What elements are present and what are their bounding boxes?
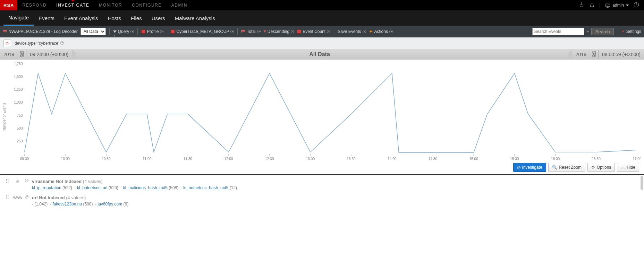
query-menu[interactable]: Query	[113, 29, 134, 34]
time-end[interactable]: 2019 0306 08:00:59 (+00:00)	[567, 49, 644, 60]
sec-nav-events[interactable]: Events	[34, 10, 59, 26]
settings-link[interactable]: ✶ Settings	[621, 29, 641, 34]
investigate-button[interactable]: ◎Investigate	[513, 163, 546, 172]
secondary-nav: NavigateEventsEvent AnalysisHostsFilesUs…	[0, 10, 644, 26]
actions-menu[interactable]: ✦Actions	[369, 29, 393, 34]
search-button[interactable]: Search	[591, 28, 613, 35]
search-input[interactable]	[532, 28, 584, 35]
sec-nav-hosts[interactable]: Hosts	[103, 10, 126, 26]
timer-icon[interactable]	[579, 2, 584, 9]
search-dropdown-icon[interactable]	[586, 31, 589, 33]
svg-text:15:00: 15:00	[469, 157, 478, 161]
www-icon: www	[13, 195, 22, 200]
actions-label: Actions	[374, 29, 388, 34]
svg-text:1,500: 1,500	[14, 75, 23, 79]
events-line-chart[interactable]: 2505007501,0001,2501,5001,75009:3010:001…	[10, 62, 641, 163]
chevron-down-icon	[626, 5, 629, 6]
caret-icon	[363, 30, 366, 33]
meta-value[interactable]: jav60fps.com	[98, 202, 122, 206]
top-nav-monitor[interactable]: MONITOR	[94, 0, 127, 10]
sec-nav-users[interactable]: Users	[147, 10, 170, 26]
sec-nav-files[interactable]: Files	[126, 10, 147, 26]
options-label: Options	[597, 165, 611, 170]
sec-nav-event-analysis[interactable]: Event Analysis	[59, 10, 103, 26]
sort-label: Descending	[268, 29, 289, 34]
top-nav-bar: RSA RESPONDINVESTIGATEMONITORCONFIGUREAD…	[0, 0, 644, 10]
start-year: 2019	[0, 52, 18, 57]
caret-icon[interactable]	[25, 179, 28, 182]
meta-value[interactable]: kl_botnetcnc_hash_md5	[183, 185, 228, 190]
chart-buttons: ◎Investigate 🔍Reset Zoom ⚙Options ︿Hide	[513, 163, 639, 172]
scrollbar[interactable]	[641, 176, 643, 190]
svg-text:750: 750	[17, 114, 23, 117]
metric-menu[interactable]: Event Count	[297, 29, 330, 34]
drag-handle-icon[interactable]: ⠿	[5, 179, 10, 184]
user-menu[interactable]: admin	[600, 2, 629, 8]
drag-handle-icon[interactable]: ⠿	[5, 195, 10, 200]
sort-menu[interactable]: Descending	[263, 29, 294, 34]
top-nav-investigate[interactable]: INVESTIGATE	[51, 0, 94, 10]
meta-value[interactable]: fakess123bn.nu	[52, 202, 82, 206]
separator	[334, 28, 334, 35]
appliance-selector[interactable]: NWAPPLIANCE21328 - Log Decoder	[3, 29, 78, 34]
svg-point-2	[607, 4, 608, 5]
profile-menu[interactable]: Profile	[141, 29, 163, 34]
toolbar: NWAPPLIANCE21328 - Log Decoder All Data …	[0, 26, 644, 37]
metric-icon	[297, 29, 301, 34]
meta-value[interactable]: -	[32, 202, 33, 206]
chevron-up-icon: ︿	[621, 165, 625, 170]
chart-area: Number of Events 2505007501,0001,2501,50…	[0, 60, 644, 174]
svg-text:1,250: 1,250	[14, 88, 23, 91]
meta-group-menu[interactable]: CyberTrace_META_GROUP	[171, 29, 234, 34]
top-nav-admin[interactable]: ADMIN	[167, 0, 192, 10]
end-time: 08:00:59 (+00:00)	[599, 52, 644, 57]
caret-icon	[389, 30, 393, 33]
time-start[interactable]: 2019 0305 09:24:00 (+00:00)	[0, 49, 72, 60]
separator	[167, 28, 167, 35]
appliance-icon	[3, 30, 7, 33]
skull-icon: ☠	[13, 179, 22, 184]
meta-row-url: ⠿wwwurl Not Indexed (4 values)- (1,042) …	[5, 195, 639, 206]
top-nav-respond[interactable]: RESPOND	[17, 0, 51, 10]
end-year: 2019	[572, 52, 590, 57]
caret-icon	[60, 41, 64, 45]
meta-value[interactable]: kl_botnetcnc_url	[77, 185, 107, 190]
meta-value[interactable]: kl_ip_reputation	[32, 185, 61, 190]
chart-y-axis-label: Number of Events	[2, 103, 6, 131]
refresh-button[interactable]: ⟳	[3, 39, 11, 47]
svg-text:14:30: 14:30	[429, 157, 438, 161]
save-events-menu[interactable]: Save Events	[338, 29, 366, 34]
save-label: Save Events	[338, 29, 361, 34]
meta-values: - (1,042) - fakess123bn.nu (508) - jav60…	[32, 202, 639, 206]
meta-title: virusname Not Indexed (4 values)	[32, 179, 639, 184]
metric-label: Event Count	[303, 29, 325, 34]
separator	[237, 28, 238, 35]
sort-icon	[263, 30, 266, 33]
options-button[interactable]: ⚙Options	[587, 163, 615, 172]
meta-title: url Not Indexed (4 values)	[32, 195, 639, 200]
bell-icon[interactable]	[589, 2, 595, 9]
total-menu[interactable]: Total	[241, 29, 260, 34]
caret-icon[interactable]	[25, 195, 28, 199]
meta-value[interactable]: kl_malicious_hash_md5	[123, 185, 168, 190]
svg-text:10:30: 10:30	[102, 157, 111, 161]
gear-icon: ✶	[621, 29, 625, 34]
top-nav-configure[interactable]: CONFIGURE	[127, 0, 167, 10]
bolt-icon: ✦	[369, 29, 373, 34]
reset-zoom-button[interactable]: 🔍Reset Zoom	[548, 163, 585, 172]
svg-text:17:00: 17:00	[633, 157, 641, 161]
sec-nav-navigate[interactable]: Navigate	[3, 10, 34, 26]
sec-nav-malware-analysis[interactable]: Malware Analysis	[170, 10, 220, 26]
help-icon[interactable]	[634, 2, 639, 9]
profile-label: Profile	[147, 29, 159, 34]
separator	[109, 28, 110, 35]
meta-body: url Not Indexed (4 values)- (1,042) - fa…	[32, 195, 639, 206]
settings-label: Settings	[626, 29, 641, 34]
hide-button[interactable]: ︿Hide	[617, 163, 639, 172]
filter-chip[interactable]: device.type='cybertrace'	[15, 41, 64, 46]
time-range-select[interactable]: All Data	[80, 28, 106, 35]
query-label: Query	[118, 29, 129, 34]
filter-bar: ⟳ device.type='cybertrace'	[0, 37, 644, 49]
metagroup-icon	[171, 29, 175, 34]
investigate-label: Investigate	[522, 165, 542, 170]
